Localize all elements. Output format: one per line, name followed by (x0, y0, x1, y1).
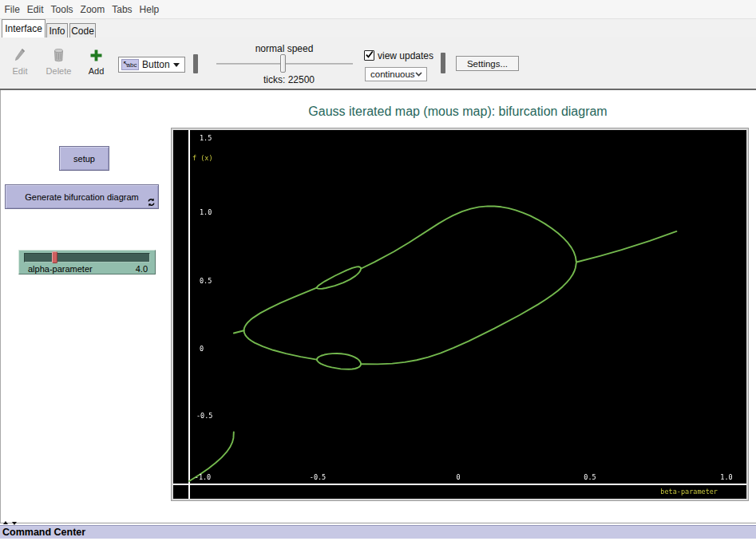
alpha-slider-track[interactable] (24, 253, 150, 263)
checkmark-icon (365, 50, 374, 60)
menu-help[interactable]: Help (136, 1, 163, 18)
menu-edit[interactable]: Edit (23, 1, 47, 18)
view-updates-label[interactable]: view updates (378, 50, 433, 61)
alpha-slider-handle[interactable] (52, 251, 57, 263)
button-widget-icon: ↖abc (121, 59, 139, 70)
ticks-counter: ticks: 22500 (233, 74, 345, 85)
speed-slider-thumb[interactable] (280, 54, 286, 73)
menu-tools[interactable]: Tools (47, 1, 77, 18)
view-updates-checkbox[interactable] (364, 50, 374, 61)
edit-pencil-icon[interactable] (14, 48, 26, 62)
menu-file[interactable]: File (1, 1, 23, 18)
menu-tabs[interactable]: Tabs (109, 1, 136, 18)
delete-button-label[interactable]: Delete (44, 66, 73, 76)
widget-type-chooser[interactable]: ↖abc Button (118, 57, 185, 73)
splitter-collapse-down-icon[interactable] (12, 522, 17, 525)
tab-code[interactable]: Code (69, 23, 96, 38)
tab-interface[interactable]: Interface (2, 19, 46, 38)
y-tick-label: -0.5 (196, 412, 212, 420)
plot-x-axis-label: beta-parameter (660, 488, 718, 496)
y-tick-label: 1.5 (200, 134, 212, 142)
forever-icon (147, 198, 156, 207)
splitter-collapse-up-icon[interactable] (3, 521, 8, 524)
add-button-label[interactable]: Add (82, 66, 110, 76)
command-center-splitter[interactable] (0, 523, 756, 523)
speed-slider-label: normal speed (228, 43, 340, 54)
alpha-slider-label: alpha-parameter (28, 264, 93, 274)
tab-info[interactable]: Info (46, 23, 68, 38)
toolbar: Edit Delete Add ↖abc Button normal speed… (0, 38, 756, 90)
setup-button[interactable]: setup (59, 146, 109, 171)
command-center-title: Command Center (2, 527, 85, 538)
toolbar-separator (193, 54, 198, 73)
alpha-slider-value: 4.0 (136, 264, 148, 274)
y-tick-label: 0 (200, 345, 204, 353)
menu-zoom[interactable]: Zoom (77, 1, 109, 18)
alpha-parameter-slider[interactable]: alpha-parameter 4.0 (18, 250, 156, 274)
plot-area: f (x) beta-parameter -1.0-0.500.51.01.51… (173, 130, 746, 499)
delete-trash-icon[interactable] (53, 48, 65, 62)
tab-strip: Interface Info Code (0, 19, 756, 38)
toolbar-separator (441, 53, 445, 73)
generate-bifurcation-diagram-button[interactable]: Generate bifurcation diagram (5, 184, 159, 209)
plot-title: Gauss iterated map (mous map): bifurcati… (168, 105, 748, 119)
update-mode-dropdown[interactable]: continuous (365, 67, 427, 81)
command-center-bar[interactable]: Command Center (0, 525, 756, 539)
chooser-dropdown-arrow-icon (173, 63, 180, 67)
settings-button[interactable]: Settings... (456, 56, 519, 71)
interface-canvas: setup Generate bifurcation diagram alpha… (0, 90, 756, 523)
setup-button-label: setup (73, 154, 95, 164)
y-tick-label: 1.0 (200, 208, 212, 216)
add-plus-icon[interactable] (90, 49, 102, 61)
widget-cursor-icon: ↖ (123, 60, 129, 67)
widget-type-value: Button (142, 59, 173, 70)
netlogo-window: FileEditToolsZoomTabsHelp Interface Info… (0, 0, 756, 541)
bifurcation-plot: f (x) beta-parameter -1.0-0.500.51.01.51… (171, 128, 749, 501)
dropdown-chevron-icon (415, 72, 422, 77)
update-mode-value: continuous (370, 69, 415, 79)
generate-button-label: Generate bifurcation diagram (25, 192, 138, 202)
plot-curve-canvas (173, 130, 746, 499)
plot-y-axis-label: f (x) (192, 154, 213, 162)
y-tick-label: 0.5 (200, 277, 212, 285)
edit-button-label[interactable]: Edit (6, 66, 34, 76)
menu-bar: FileEditToolsZoomTabsHelp (0, 0, 756, 19)
